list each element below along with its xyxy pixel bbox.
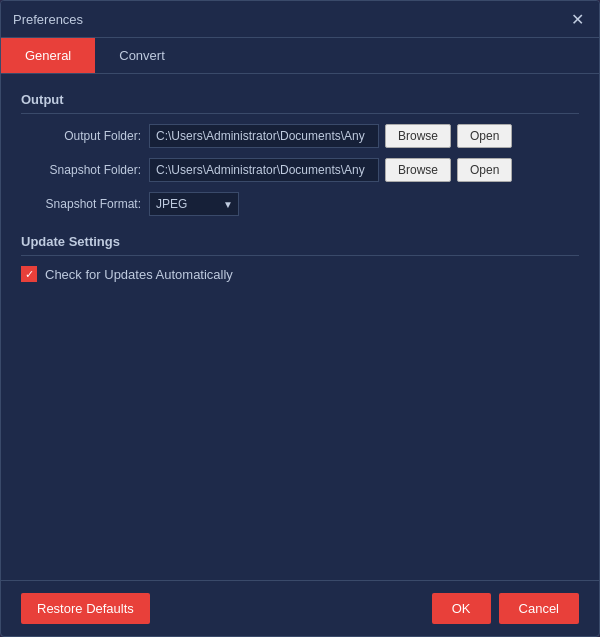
footer-right-buttons: OK Cancel: [432, 593, 579, 624]
ok-button[interactable]: OK: [432, 593, 491, 624]
snapshot-folder-browse-button[interactable]: Browse: [385, 158, 451, 182]
output-folder-row: Output Folder: Browse Open: [21, 124, 579, 148]
cancel-button[interactable]: Cancel: [499, 593, 579, 624]
preferences-dialog: Preferences ✕ General Convert Output Out…: [0, 0, 600, 637]
snapshot-format-select[interactable]: JPEG PNG BMP: [149, 192, 239, 216]
update-section: Update Settings ✓ Check for Updates Auto…: [21, 234, 579, 282]
tab-convert[interactable]: Convert: [95, 38, 189, 73]
main-content: Output Output Folder: Browse Open Snapsh…: [1, 74, 599, 580]
snapshot-format-wrapper: JPEG PNG BMP ▼: [149, 192, 239, 216]
auto-update-row: ✓ Check for Updates Automatically: [21, 266, 579, 282]
snapshot-format-label: Snapshot Format:: [21, 197, 141, 211]
output-folder-label: Output Folder:: [21, 129, 141, 143]
snapshot-folder-row: Snapshot Folder: Browse Open: [21, 158, 579, 182]
restore-defaults-button[interactable]: Restore Defaults: [21, 593, 150, 624]
snapshot-folder-open-button[interactable]: Open: [457, 158, 512, 182]
output-folder-input[interactable]: [149, 124, 379, 148]
snapshot-folder-input[interactable]: [149, 158, 379, 182]
snapshot-folder-label: Snapshot Folder:: [21, 163, 141, 177]
title-bar: Preferences ✕: [1, 1, 599, 38]
dialog-title: Preferences: [13, 12, 83, 27]
tabs-bar: General Convert: [1, 38, 599, 74]
update-section-title: Update Settings: [21, 234, 579, 256]
checkmark-icon: ✓: [25, 269, 34, 280]
close-button[interactable]: ✕: [567, 9, 587, 29]
output-section-title: Output: [21, 92, 579, 114]
auto-update-checkbox[interactable]: ✓: [21, 266, 37, 282]
tab-general[interactable]: General: [1, 38, 95, 73]
snapshot-format-row: Snapshot Format: JPEG PNG BMP ▼: [21, 192, 579, 216]
footer: Restore Defaults OK Cancel: [1, 580, 599, 636]
output-section: Output Output Folder: Browse Open Snapsh…: [21, 92, 579, 216]
output-folder-open-button[interactable]: Open: [457, 124, 512, 148]
auto-update-label: Check for Updates Automatically: [45, 267, 233, 282]
output-folder-browse-button[interactable]: Browse: [385, 124, 451, 148]
